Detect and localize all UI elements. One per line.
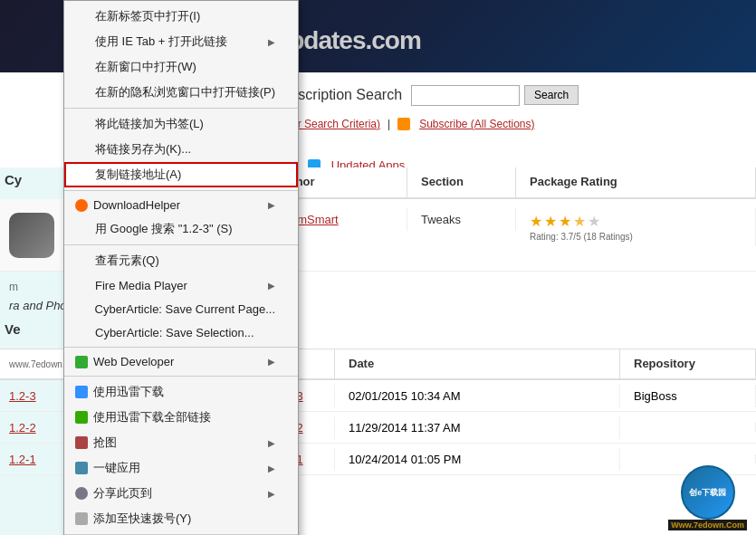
icon-placeholder-6 [75, 142, 90, 157]
menu-item-label-7: 复制链接地址(A) [95, 167, 275, 183]
watermark-circle-text: 创e下载园 [689, 488, 726, 498]
menu-separator-16 [64, 347, 298, 348]
share-icon [75, 487, 88, 500]
subscribe-all-link[interactable]: Subscribe (All Sections) [419, 118, 534, 130]
vr-date-3: 10/24/2014 01:05 PM [335, 448, 620, 471]
menu-item-label-0: 在新标签页中打开(I) [95, 8, 275, 24]
version-row-item-2: 1.2-2 11/29/2014 11:37 AM [263, 412, 756, 444]
submenu-arrow-1: ▶ [268, 37, 275, 47]
rating-stars: ★ ★ ★ ★ ★ [530, 213, 742, 230]
menu-item-label-3: 在新的隐私浏览窗口中打开链接(P) [95, 84, 275, 100]
menu-item-label-9: DownloadHelper [93, 198, 259, 212]
th-section: Section [407, 167, 516, 197]
menu-item-10[interactable]: 用 Google 搜索 "1.2-3" (S) [64, 216, 298, 242]
menu-item-12[interactable]: 查看元素(Q) [64, 248, 298, 273]
menu-item-label-23: 分享此页到 [93, 485, 259, 502]
submenu-arrow-17: ▶ [268, 357, 275, 367]
downloadhelper-icon [75, 199, 88, 212]
td-section-1: Tweaks [407, 208, 516, 231]
star-3: ★ [559, 213, 571, 230]
submenu-arrow-9: ▶ [268, 200, 275, 210]
icon-placeholder-2 [75, 60, 90, 74]
icon-placeholder-1 [75, 34, 90, 49]
menu-item-label-6: 将链接另存为(K)... [95, 141, 275, 158]
menu-item-label-5: 将此链接加为书签(L) [95, 116, 275, 132]
thunder-icon [75, 386, 88, 398]
menu-item-21[interactable]: 抢图▶ [64, 430, 298, 455]
submenu-arrow-22: ▶ [268, 463, 275, 473]
icon-placeholder-15 [75, 325, 90, 339]
icon-placeholder-13 [75, 278, 90, 292]
vth-date: Date [335, 349, 620, 378]
rating-text: Rating: 3.7/5 (18 Ratings) [530, 232, 742, 242]
table-row-1: PoomSmart Tweaks ★ ★ ★ ★ ★ Rating: 3.7/5… [263, 199, 756, 272]
vr-repo-1: BigBoss [620, 385, 756, 407]
menu-item-label-13: Fire Media Player [95, 279, 259, 292]
menu-item-7[interactable]: 复制链接地址(A) [64, 162, 298, 187]
rss-icon [397, 118, 410, 130]
context-menu[interactable]: 在新标签页中打开(I)使用 IE Tab + 打开此链接▶在新窗口中打开(W)在… [63, 0, 299, 535]
menu-item-13[interactable]: Fire Media Player▶ [64, 273, 298, 297]
menu-item-20[interactable]: 使用迅雷下载全部链接 [64, 405, 298, 430]
separator: | [388, 118, 390, 130]
watermark-text: Www.7edown.Com [668, 520, 747, 530]
menu-item-6[interactable]: 将链接另存为(K)... [64, 137, 298, 162]
icon-placeholder-7 [75, 167, 90, 182]
menu-item-5[interactable]: 将此链接加为书签(L) [64, 111, 298, 137]
th-package-rating: Package Rating [516, 167, 756, 197]
menu-separator-11 [64, 244, 298, 245]
menu-item-label-22: 一键应用 [93, 460, 259, 476]
menu-item-1[interactable]: 使用 IE Tab + 打开此链接▶ [64, 29, 298, 54]
menu-item-9[interactable]: DownloadHelper▶ [64, 194, 298, 216]
icon-placeholder-5 [75, 117, 90, 131]
menu-item-23[interactable]: 分享此页到▶ [64, 481, 298, 506]
menu-item-2[interactable]: 在新窗口中打开(W) [64, 54, 298, 80]
webdev-icon [75, 356, 88, 368]
star-5: ★ [588, 213, 600, 230]
submenu-arrow-13: ▶ [268, 281, 275, 291]
menu-item-label-17: Web Developer [93, 355, 259, 368]
menu-item-label-10: 用 Google 搜索 "1.2-3" (S) [95, 221, 275, 237]
favorite-icon [75, 512, 88, 525]
vr-date-1: 02/01/2015 10:34 AM [335, 385, 620, 407]
menu-item-22[interactable]: 一键应用▶ [64, 455, 298, 481]
menu-item-label-19: 使用迅雷下载 [93, 384, 275, 400]
menu-item-label-15: CyberArticle: Save Selection... [95, 326, 275, 339]
thunder2-icon [75, 411, 88, 424]
vr-repo-2 [620, 423, 756, 432]
menu-item-label-24: 添加至快速拨号(Y) [93, 511, 275, 527]
menu-item-24[interactable]: 添加至快速拨号(Y) [64, 506, 298, 531]
watermark-circle: 创e下载园 [681, 465, 735, 520]
search-input[interactable] [411, 85, 520, 106]
menu-item-label-21: 抢图 [93, 435, 259, 451]
icon-placeholder-14 [75, 301, 90, 316]
watermark: 创e下载园 Www.7edown.Com [668, 465, 747, 530]
star-4: ★ [573, 213, 586, 230]
menu-item-14[interactable]: CyberArticle: Save Current Page... [64, 297, 298, 320]
menu-item-label-2: 在新窗口中打开(W) [95, 59, 275, 75]
submenu-arrow-21: ▶ [268, 438, 275, 448]
menu-item-15[interactable]: CyberArticle: Save Selection... [64, 320, 298, 344]
grab-icon [75, 436, 88, 449]
search-area: / Description Search Search [272, 77, 738, 113]
menu-item-3[interactable]: 在新的隐私浏览窗口中打开链接(P) [64, 80, 298, 105]
menu-item-19[interactable]: 使用迅雷下载 [64, 379, 298, 405]
menu-separator-4 [64, 108, 298, 109]
icon-placeholder-0 [75, 9, 90, 24]
star-1: ★ [530, 213, 542, 230]
version-table-headers: Ver Date Repository [263, 349, 756, 380]
menu-item-17[interactable]: Web Developer▶ [64, 350, 298, 373]
menu-item-0[interactable]: 在新标签页中打开(I) [64, 4, 298, 29]
icon-placeholder-3 [75, 85, 90, 100]
submenu-arrow-23: ▶ [268, 489, 275, 499]
td-package-1: ★ ★ ★ ★ ★ Rating: 3.7/5 (18 Ratings) [516, 208, 756, 246]
vr-repo-3 [620, 454, 756, 463]
menu-item-label-1: 使用 IE Tab + 打开此链接 [95, 33, 259, 50]
menu-item-label-20: 使用迅雷下载全部链接 [93, 409, 275, 425]
icon-placeholder-10 [75, 222, 90, 236]
vr-date-2: 11/29/2014 11:37 AM [335, 416, 620, 439]
star-2: ★ [544, 213, 557, 230]
menu-item-label-14: CyberArticle: Save Current Page... [95, 302, 275, 316]
version-row-item-1: 1.2-3 02/01/2015 10:34 AM BigBoss [263, 380, 756, 412]
search-button[interactable]: Search [524, 85, 579, 105]
